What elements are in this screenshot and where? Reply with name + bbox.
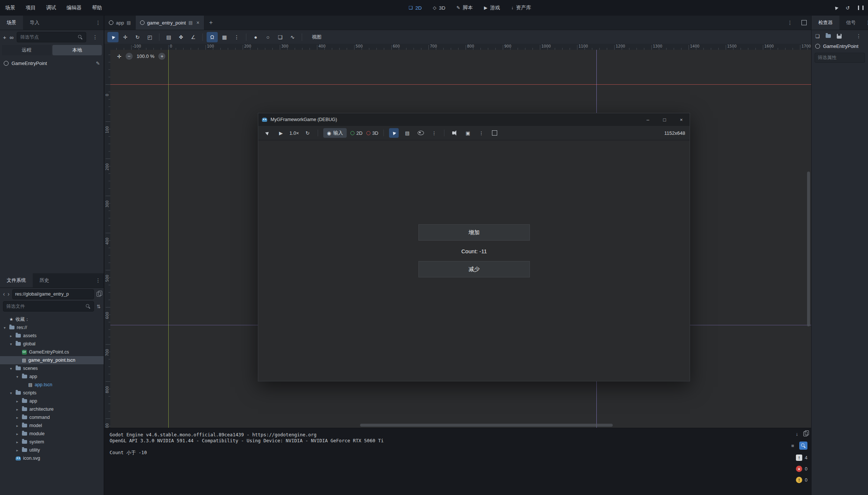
fs-item-app-tscn[interactable]: ▤app.tscn	[0, 381, 104, 389]
inspdock-tab-inspector[interactable]: 检查器	[812, 16, 839, 30]
collapse-arrow-icon[interactable]: ▾	[2, 326, 7, 330]
fs-item-res[interactable]: ▾res://	[0, 323, 104, 332]
expand-arrow-icon[interactable]: ▸	[15, 416, 20, 420]
inspector-options-icon[interactable]: ⋮	[853, 33, 864, 39]
fs-item-game-entry-point-tscn[interactable]: ▤game_entry_point.tscn	[0, 356, 104, 364]
fs-item-item[interactable]: ★收藏：	[0, 315, 104, 323]
increase-button[interactable]: 增加	[418, 224, 530, 241]
expand-arrow-icon[interactable]: ▸	[15, 432, 20, 436]
expand-arrow-icon[interactable]: ▸	[15, 407, 20, 411]
minimize-button[interactable]: –	[639, 113, 656, 126]
close-button[interactable]: ×	[673, 113, 690, 126]
game-window-titlebar[interactable]: MyGFrameworkGame (DEBUG) – □ ×	[258, 113, 690, 126]
zoom-in-button[interactable]: +	[158, 53, 165, 60]
time-scale-label[interactable]: 1.0×	[289, 130, 299, 136]
local-button[interactable]: 本地	[52, 45, 102, 55]
workspace-tab-2d[interactable]: ❏2D	[409, 5, 422, 11]
fsdock-tab-history[interactable]: 历史	[33, 273, 56, 287]
scenedock-tab-scene[interactable]: 场景	[0, 16, 23, 30]
instance-scene-button[interactable]: ∞	[10, 34, 14, 40]
zoom-out-button[interactable]: −	[126, 53, 133, 60]
expand-arrow-icon[interactable]: ▸	[15, 440, 20, 444]
rotate-tool-button[interactable]: ↻	[132, 32, 143, 42]
new-scene-tab-button[interactable]: +	[204, 16, 218, 30]
fsdock-tab-filesystem[interactable]: 文件系统	[0, 273, 33, 287]
group-node-button[interactable]: ❏	[275, 32, 286, 42]
distraction-free-icon[interactable]	[801, 20, 807, 25]
load-resource-icon[interactable]	[826, 34, 831, 38]
copy-output-icon[interactable]	[803, 432, 807, 436]
sort-files-icon[interactable]: ⇅	[97, 304, 101, 309]
fs-item-global[interactable]: ▾global	[0, 340, 104, 348]
horizontal-scrollbar[interactable]	[360, 424, 613, 427]
output-badge-messages[interactable]: !4	[796, 455, 807, 461]
scene-tree-node[interactable]: GameEntryPoint✎	[0, 58, 104, 68]
expand-arrow-icon[interactable]: ▸	[9, 334, 13, 338]
node-picker-icon[interactable]	[263, 128, 272, 138]
fs-item-gameentrypoint-cs[interactable]: GameEntryPoint.cs	[0, 348, 104, 356]
mute-audio-icon[interactable]	[450, 128, 459, 138]
fs-item-utility[interactable]: ▸utility	[0, 446, 104, 454]
select-tool-button[interactable]	[107, 32, 119, 42]
camera-override-icon[interactable]: ▣	[463, 128, 473, 138]
back-icon[interactable]: ‹	[3, 291, 5, 297]
view-menu-button[interactable]: 视图	[307, 34, 326, 40]
split-view-icon[interactable]	[97, 292, 101, 297]
menubar-menu[interactable]: 场景	[0, 0, 20, 16]
debug-2d-toggle[interactable]: 2D	[350, 130, 363, 136]
expand-arrow-icon[interactable]: ▸	[15, 448, 20, 452]
scenedock-tab-import[interactable]: 导入	[23, 16, 46, 30]
workspace-tab-assetlib[interactable]: ↓资产库	[511, 4, 531, 11]
file-filter-input[interactable]: 筛选文件	[3, 301, 94, 312]
attached-script-icon[interactable]: ✎	[96, 61, 100, 66]
menubar-menu[interactable]: 调试	[41, 0, 61, 16]
new-resource-icon[interactable]: ❏	[815, 33, 820, 39]
workspace-tab-script[interactable]: ✎脚本	[457, 4, 473, 11]
ruler-tool-button[interactable]: ∠	[188, 32, 199, 42]
add-node-button[interactable]: +	[3, 34, 6, 40]
collapse-arrow-icon[interactable]: ▾	[15, 375, 20, 379]
fs-item-model[interactable]: ▸model	[0, 421, 104, 430]
scene-tab-game_entry_point[interactable]: game_entry_point▤×	[136, 16, 204, 30]
grid-snap-toggle-button[interactable]: ▦	[219, 32, 230, 42]
visibility-icon[interactable]	[416, 128, 425, 138]
expand-arrow-icon[interactable]: ▸	[15, 399, 20, 403]
mouse-pick-icon[interactable]	[834, 6, 839, 10]
smart-snap-toggle-button[interactable]: Ω	[207, 32, 218, 42]
fs-item-scenes[interactable]: ▾scenes	[0, 364, 104, 372]
menubar-menu[interactable]: 编辑器	[61, 0, 87, 16]
restart-icon[interactable]: ↻	[303, 128, 312, 138]
save-resource-icon[interactable]	[837, 34, 842, 39]
fs-item-icon-svg[interactable]: icon.svg	[0, 454, 104, 462]
inspdock-tab-node[interactable]: 信号	[839, 16, 862, 30]
forward-icon[interactable]: ›	[7, 291, 9, 297]
collapse-arrow-icon[interactable]: ▾	[9, 367, 13, 371]
lock-node-button[interactable]: ●	[250, 32, 261, 42]
fs-item-app[interactable]: ▾app	[0, 372, 104, 381]
dock-options-icon[interactable]: ⋮	[862, 16, 868, 30]
fs-item-module[interactable]: ▸module	[0, 430, 104, 438]
dock-options-icon[interactable]: ⋮	[93, 273, 104, 287]
selection-options-icon[interactable]: ⋮	[429, 128, 439, 138]
fs-item-architecture[interactable]: ▸architecture	[0, 405, 104, 413]
current-path-field[interactable]: res://global/game_entry_p	[12, 289, 94, 299]
list-select-tool-button[interactable]: ▤	[163, 32, 174, 42]
tab-list-icon[interactable]: ⋮	[784, 20, 796, 26]
list-select-icon[interactable]: ▤	[402, 128, 412, 138]
output-badge-warnings[interactable]: !0	[796, 477, 807, 483]
word-wrap-icon[interactable]: ≡	[791, 443, 794, 449]
close-tab-icon[interactable]: ×	[196, 20, 199, 26]
fs-item-app[interactable]: ▸app	[0, 397, 104, 405]
select-mode-button[interactable]	[389, 128, 399, 138]
embed-fullscreen-icon[interactable]	[490, 128, 499, 138]
camera-options-icon[interactable]: ⋮	[476, 128, 486, 138]
menubar-menu[interactable]: 项目	[20, 0, 41, 16]
snap-options-button[interactable]: ⋮	[231, 32, 242, 42]
scale-tool-button[interactable]: ◰	[144, 32, 155, 42]
collapse-arrow-icon[interactable]: ▾	[9, 391, 13, 395]
remote-button[interactable]: 远程	[2, 45, 51, 55]
zoom-level[interactable]: 100.0 %	[137, 53, 155, 59]
fs-item-command[interactable]: ▸command	[0, 413, 104, 421]
fs-item-system[interactable]: ▸system	[0, 438, 104, 446]
maximize-button[interactable]: □	[656, 113, 673, 126]
